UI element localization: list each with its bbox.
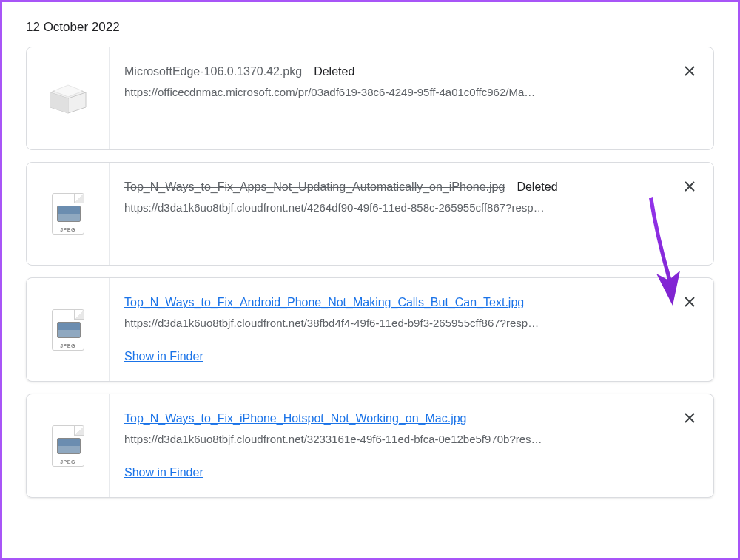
download-content: MicrosoftEdge-106.0.1370.42.pkg Deleted … [110,47,713,149]
deleted-label: Deleted [517,181,557,194]
file-icon-section: JPEG [27,394,110,497]
remove-download-button[interactable] [681,293,699,311]
remove-download-button[interactable] [681,178,699,195]
download-url[interactable]: https://d3da1k6uo8tbjf.cloudfront.net/42… [124,201,628,214]
file-icon-section [27,47,110,149]
download-url[interactable]: https://d3da1k6uo8tbjf.cloudfront.net/32… [124,433,628,445]
download-item: JPEG Top_N_Ways_to_Fix_Android_Phone_Not… [26,277,714,382]
remove-download-button[interactable] [681,409,699,427]
download-filename-link[interactable]: Top_N_Ways_to_Fix_iPhone_Hotspot_Not_Wor… [124,412,466,425]
close-icon [684,296,696,308]
download-content: Top_N_Ways_to_Fix_iPhone_Hotspot_Not_Wor… [110,394,713,497]
download-filename: Top_N_Ways_to_Fix_Apps_Not_Updating_Auto… [124,181,505,194]
file-icon-section: JPEG [27,163,110,265]
date-header: 12 October 2022 [26,20,714,35]
file-icon-section: JPEG [27,278,110,381]
show-in-finder-link[interactable]: Show in Finder [124,350,204,363]
download-item: JPEG Top_N_Ways_to_Fix_iPhone_Hotspot_No… [26,394,714,498]
download-filename-link[interactable]: Top_N_Ways_to_Fix_Android_Phone_Not_Maki… [124,296,524,309]
remove-download-button[interactable] [681,62,699,80]
show-in-finder-link[interactable]: Show in Finder [124,466,204,479]
download-url[interactable]: https://officecdnmac.microsoft.com/pr/03… [124,86,628,98]
download-content: Top_N_Ways_to_Fix_Apps_Not_Updating_Auto… [110,163,713,265]
deleted-label: Deleted [314,65,354,78]
download-content: Top_N_Ways_to_Fix_Android_Phone_Not_Maki… [110,278,713,381]
jpeg-icon: JPEG [52,193,84,235]
download-item: JPEG Top_N_Ways_to_Fix_Apps_Not_Updating… [26,162,714,266]
jpeg-icon: JPEG [52,425,84,467]
jpeg-icon: JPEG [52,309,84,351]
pkg-icon [47,81,89,116]
download-item: MicrosoftEdge-106.0.1370.42.pkg Deleted … [26,47,714,150]
download-filename: MicrosoftEdge-106.0.1370.42.pkg [124,65,302,78]
close-icon [684,65,696,77]
close-icon [684,181,696,192]
close-icon [684,412,696,424]
download-url[interactable]: https://d3da1k6uo8tbjf.cloudfront.net/38… [124,317,628,329]
